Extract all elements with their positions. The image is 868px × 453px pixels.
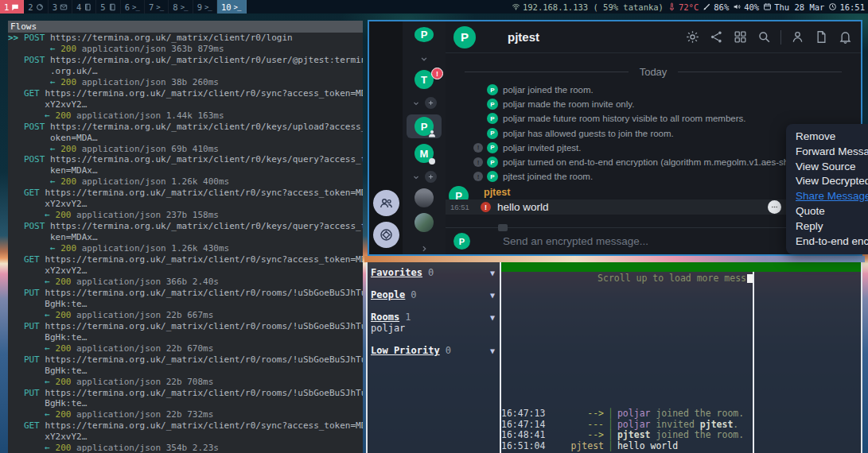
room-avatar-tower[interactable] (415, 188, 434, 207)
workspace-3[interactable]: 3 (49, 0, 72, 14)
flow-row[interactable]: PUT https://termina.org.uk/_matrix/clien… (8, 354, 363, 388)
flow-row[interactable]: PUT https://termina.org.uk/_matrix/clien… (8, 321, 363, 354)
room-avatar[interactable]: P (453, 26, 476, 48)
chat-line: 16:47:14---│poljar invited pjtest. (501, 420, 753, 431)
status-date: Thu 28 Mar (763, 2, 824, 12)
buffer-title-bar (501, 262, 861, 272)
buffer-section[interactable]: Low Priority0▼ (371, 345, 496, 356)
bell-icon[interactable] (838, 29, 853, 45)
buffer-item[interactable]: poljar (371, 323, 496, 334)
gear-icon[interactable] (685, 29, 700, 45)
flow-response-line: ← 200 application/json 354b 2.23s (8, 443, 363, 453)
workspace-9[interactable]: 9>_ (193, 0, 217, 14)
buffer-section-label: Low Priority (371, 345, 440, 356)
event-text: pjtest joined the room. (503, 172, 593, 181)
flow-row[interactable]: >> POST https://termina.org.uk/_matrix/c… (8, 33, 363, 55)
chat-line: 16:51:04pjtest│hello world (501, 441, 753, 452)
grid-icon[interactable] (733, 29, 748, 45)
status-backlight: 86% (703, 2, 729, 12)
chat-line: 16:47:13-->│poljar joined the room. (501, 408, 753, 420)
window-gap-strip (364, 256, 865, 262)
workspace-5[interactable]: 5 (96, 0, 120, 14)
flow-row[interactable]: PUT https://termina.org.uk/_matrix/clien… (8, 388, 363, 421)
people-button[interactable] (373, 190, 399, 216)
flow-row[interactable]: POST https://termina.org.uk/_matrix/clie… (8, 221, 363, 254)
terminal-icon: >_ (156, 3, 164, 11)
flow-row[interactable]: GET https://termina.org.uk/_matrix/clien… (8, 420, 363, 453)
room-list-item[interactable]: T! (415, 70, 434, 89)
flow-row[interactable]: PUT https://termina.org.uk/_matrix/clien… (8, 288, 363, 321)
chevdown-icon (411, 172, 421, 182)
event-warn-slot: ! (473, 172, 487, 181)
buffer-section[interactable]: People0▼ (371, 289, 496, 300)
share-icon[interactable] (709, 29, 724, 45)
workspace-8[interactable]: 8>_ (169, 0, 193, 14)
sidebar-footer-buttons (369, 190, 403, 248)
room-avatar-M[interactable]: M (415, 144, 434, 163)
workspace-1[interactable]: 1 (0, 0, 24, 14)
flow-request-line: PUT https://termina.org.uk/_matrix/clien… (8, 288, 363, 299)
line-prefix: pjtest (551, 441, 608, 452)
workspace-6[interactable]: 6>_ (121, 0, 145, 14)
flow-url-continuation: xY2xvY2… (8, 432, 363, 443)
room-list-item[interactable] (415, 213, 434, 232)
collapse-arrow-icon[interactable]: ▼ (490, 269, 495, 277)
room-avatar-earth[interactable] (415, 213, 434, 232)
menu-item-quote[interactable]: Quote (796, 204, 868, 219)
message-options-button[interactable] (768, 200, 781, 214)
workspace-number: 5 (100, 2, 105, 12)
search-icon[interactable] (757, 29, 772, 45)
flow-row[interactable]: POST https://termina.org.uk/_matrix/clie… (8, 122, 363, 155)
explore-button[interactable] (373, 222, 399, 248)
person-icon[interactable] (790, 29, 805, 45)
message-segment: hello world (617, 440, 678, 451)
flow-row[interactable]: POST https://termina.org.uk/_matrix/clie… (8, 55, 363, 88)
room-list-item[interactable]: M (415, 144, 434, 163)
flow-request-line: GET https://termina.org.uk/_matrix/clien… (8, 254, 363, 265)
menu-item-remove[interactable]: Remove (796, 130, 868, 145)
plus-icon (427, 99, 434, 106)
menu-item-view-source[interactable]: View Source (796, 160, 868, 175)
collapse-arrow-icon[interactable]: ▼ (490, 313, 495, 322)
menu-item-share-message[interactable]: Share Message (796, 189, 868, 204)
collapse-arrow-icon[interactable]: ▼ (490, 347, 495, 355)
flow-response-line: ← 200 application/json 366b 2.40s (8, 277, 363, 288)
flow-row[interactable]: GET https://termina.org.uk/_matrix/clien… (8, 88, 363, 122)
menu-item-end-to-end-encry[interactable]: End-to-end encry (796, 234, 868, 250)
message-segment: poljar (617, 408, 651, 419)
flow-row[interactable]: POST https://termina.org.uk/_matrix/clie… (8, 154, 363, 188)
workspace-2[interactable]: 2 (24, 0, 48, 14)
chevright-icon[interactable] (418, 243, 430, 254)
markdown-toggle-icon[interactable] (498, 224, 508, 231)
message-input[interactable]: Send an encrypted message... (503, 235, 824, 247)
thermometer-icon (668, 2, 676, 11)
workspace-4[interactable]: 4 (72, 0, 96, 14)
workspace-7[interactable]: 7>_ (145, 0, 169, 14)
document-icon[interactable] (814, 29, 829, 45)
flow-request-line: PUT https://termina.org.uk/_matrix/clien… (8, 388, 363, 399)
buffer-section[interactable]: Favorites0▼ (371, 267, 496, 278)
flow-url-continuation: ken=MDAx… (8, 232, 363, 243)
room-list-item[interactable] (415, 188, 434, 207)
room-avatar-T[interactable]: T! (415, 70, 434, 89)
selected-room-item[interactable]: P (407, 114, 442, 138)
menu-item-view-decrypted-s[interactable]: View Decrypted S (796, 174, 868, 189)
user-menu-avatar[interactable]: P (415, 27, 434, 42)
room-avatar-P[interactable]: P (415, 117, 434, 136)
room-name: pjtest (508, 30, 539, 44)
workspace-10[interactable]: 10>_ (217, 0, 247, 14)
buffer-section-label: People (371, 289, 405, 300)
status-volume: 40% (733, 2, 759, 12)
event-text: poljar turned on end-to-end encryption (… (503, 157, 804, 167)
menu-item-forward-message[interactable]: Forward Message (796, 145, 868, 160)
flow-row[interactable]: GET https://termina.org.uk/_matrix/clien… (8, 188, 363, 221)
status-network: 192.168.1.133 ( 59% tatanka) (512, 2, 664, 12)
line-timestamp: 16:47:14 (501, 420, 551, 431)
wifi-icon (512, 2, 520, 11)
menu-item-reply[interactable]: Reply (796, 219, 868, 234)
buffer-section[interactable]: Rooms1▼ (371, 312, 496, 323)
collapse-arrow-icon[interactable]: ▼ (490, 291, 495, 300)
add-room-button[interactable] (425, 97, 437, 109)
flow-row[interactable]: GET https://termina.org.uk/_matrix/clien… (8, 254, 363, 288)
add-room-button[interactable] (425, 171, 437, 183)
